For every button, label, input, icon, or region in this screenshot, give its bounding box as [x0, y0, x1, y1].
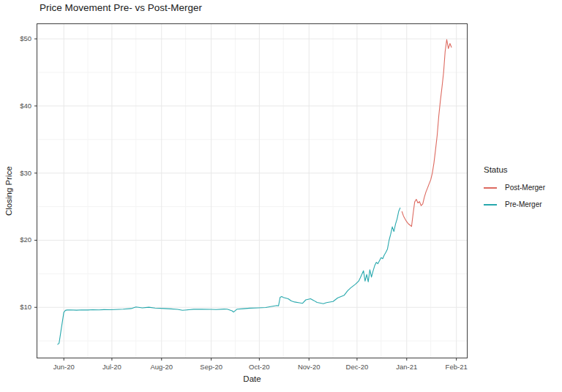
x-tick-label: Jul-20	[91, 363, 132, 371]
legend-item-label: Pre-Merger	[505, 200, 542, 208]
x-tick-label: Nov-20	[288, 363, 329, 371]
x-tick-label: Jan-21	[386, 363, 427, 371]
legend-title: Status	[484, 165, 545, 174]
series-line-pre-merger	[58, 208, 401, 344]
legend-items: Post-MergerPre-Merger	[484, 179, 545, 213]
x-axis-title: Date	[37, 374, 468, 383]
x-tick-label: Feb-21	[436, 363, 477, 371]
x-tick-label: Dec-20	[337, 363, 378, 371]
plot-panel	[37, 23, 468, 358]
legend-item-label: Post-Merger	[505, 184, 545, 192]
x-tick-label: Aug-20	[141, 363, 182, 371]
price-chart-figure: Price Movement Pre- vs Post-Merger Jun-2…	[0, 0, 562, 392]
legend-item-pre-merger: Pre-Merger	[484, 196, 545, 213]
x-tick-label: Sep-20	[191, 363, 232, 371]
legend-key-line-icon	[484, 187, 497, 189]
legend: Status Post-MergerPre-Merger	[484, 165, 545, 213]
chart-title: Price Movement Pre- vs Post-Merger	[40, 2, 202, 13]
series-line-post-merger	[402, 39, 452, 227]
x-tick-label: Jun-20	[43, 363, 84, 371]
legend-item-post-merger: Post-Merger	[484, 179, 545, 196]
legend-key-line-icon	[484, 204, 497, 206]
x-tick-label: Oct-20	[239, 363, 280, 371]
y-axis-title: Closing Price	[3, 23, 15, 358]
